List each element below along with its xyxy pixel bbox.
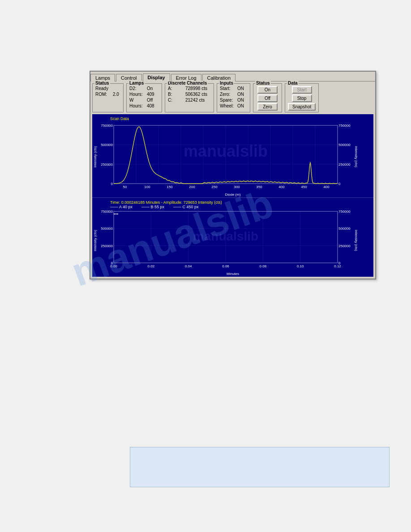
lamps-w-label: W [129,98,145,103]
lamps-d2-value: On [147,86,153,91]
chart2-xlabel: Minutes [92,272,373,276]
chart1-wrapper: Scan Data Intensity (cts) Intensity (cts… [92,114,373,197]
input-spare-label: Spare: [220,98,235,103]
data-snapshot-button[interactable]: Snapshot [288,103,316,111]
discrete-group: Discrete Channels A: 728998 cts B: 50636… [165,83,214,112]
bottom-box [130,447,390,487]
chart1-title: Scan Data [92,115,373,121]
chart1-xlabel: Diode (m) [92,193,373,197]
lamps-hours-d2-value: 409 [147,92,154,97]
discrete-b-label: B: [168,92,184,97]
chart1-canvas [98,121,353,193]
inputs-title: Inputs [219,81,234,86]
status-on-button[interactable]: On [257,86,278,94]
input-spare-value: ON [237,98,244,103]
lamps-group: Lamps D2: On Hours: 409 W Off Hours: 408 [126,83,162,112]
status-title: Status [94,81,110,86]
lamps-hours-w-label: Hours: [129,103,145,108]
status-ready: Ready [95,86,108,91]
status-rom-label: ROM: [95,92,111,97]
input-wheel-value: ON [237,103,244,108]
data-btn-title: Data [287,81,299,86]
discrete-c-label: C: [168,98,184,103]
tab-display[interactable]: Display [143,73,170,82]
chart1-ylabel-right: Intensity (cts) [353,121,359,193]
status-off-button[interactable]: Off [257,94,278,102]
discrete-a-label: A: [168,86,184,91]
charts-area: Scan Data Intensity (cts) Intensity (cts… [92,114,373,277]
status-rom-value: 2.0 [113,92,119,97]
discrete-title: Discrete Channels [167,81,208,86]
discrete-a-value: 728998 cts [185,86,207,91]
discrete-c-value: 21242 cts [185,98,205,103]
lamps-w-value: Off [147,98,153,103]
input-zero-value: ON [237,92,244,97]
chart2-subtitle: Time: 0.000246185 Minutes - Amplitude: 7… [92,199,373,205]
input-start-label: Start: [220,86,235,91]
tab-bar: Lamps Control Display Error Log Calibrat… [90,72,375,82]
discrete-b-value: 506362 cts [185,92,207,97]
chart2-legend-b: —— B 55 px [141,205,164,209]
control-panel: Status Ready ROM: 2.0 Lamps D2: On Hours… [90,82,375,114]
data-stop-button[interactable]: Stop [292,94,312,102]
chart1-ylabel-left: Intensity (cts) [92,121,98,193]
chart2-ylabel-right: Intensity (cts) [353,209,359,272]
status-zero-button[interactable]: Zero [257,103,278,111]
data-group: Data Start Stop Snapshot [285,83,319,112]
status-group: Status Ready ROM: 2.0 [92,83,124,112]
chart2-canvas [98,209,353,272]
chart2-legend-c: —— C 450 px [173,205,199,209]
chart2-ylabel-left: Intensity (cts) [92,209,98,272]
lamps-hours-d2-label: Hours: [129,92,145,97]
chart2-legend-a: —— A 40 px [110,205,133,209]
lamps-d2-label: D2: [129,86,145,91]
status-btn-title: Status [255,81,271,86]
input-start-value: ON [237,86,244,91]
input-zero-label: Zero: [220,92,235,97]
status-btn-group: Status On Off Zero [253,83,282,112]
lamps-hours-w-value: 408 [147,103,154,108]
chart2-wrapper: Time: 0.000246185 Minutes - Amplitude: 7… [92,197,373,277]
chart2-legend: —— A 40 px —— B 55 px —— C 450 px [92,205,373,209]
app-window: Lamps Control Display Error Log Calibrat… [90,71,376,279]
data-start-button[interactable]: Start [292,86,312,94]
input-wheel-label: Wheel: [220,103,235,108]
inputs-group: Inputs Start: ON Zero: ON Spare: ON Whee… [217,83,250,112]
